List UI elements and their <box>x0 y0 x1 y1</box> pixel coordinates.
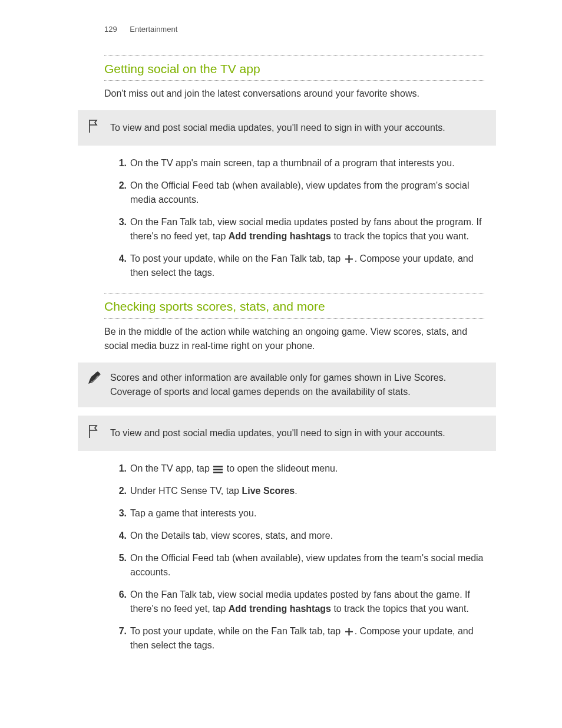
flag-icon <box>87 424 101 440</box>
step: On the Official Feed tab (when available… <box>130 551 484 579</box>
step: On the TV app's main screen, tap a thumb… <box>130 156 484 170</box>
step: On the Fan Talk tab, view social media u… <box>130 588 484 616</box>
callout-text: To view and post social media updates, y… <box>110 428 445 438</box>
callout-flag-2: To view and post social media updates, y… <box>78 416 496 451</box>
bold-hashtags-2: Add trending hashtags <box>229 604 331 614</box>
section-name: Entertainment <box>130 25 177 34</box>
bold-livescores: Live Scores <box>242 486 295 496</box>
callout-pen: Scores and other information are availab… <box>78 363 496 407</box>
step: On the Details tab, view scores, stats, … <box>130 529 484 543</box>
step: To post your update, while on the Fan Ta… <box>130 624 484 653</box>
flag-icon <box>87 118 101 135</box>
heading-social: Getting social on the TV app <box>104 55 484 81</box>
heading-sports: Checking sports scores, stats, and more <box>104 293 484 319</box>
step: Under HTC Sense TV, tap Live Scores. <box>130 484 484 498</box>
menu-icon <box>213 466 223 473</box>
steps-social: On the TV app's main screen, tap a thumb… <box>104 156 484 280</box>
document-page: 129 Entertainment Getting social on the … <box>0 0 562 684</box>
step: Tap a game that interests you. <box>130 506 484 521</box>
bold-hashtags: Add trending hashtags <box>229 231 331 241</box>
step: On the Fan Talk tab, view social media u… <box>130 215 484 243</box>
content: Getting social on the TV app Don't miss … <box>0 55 562 653</box>
callout-text: Scores and other information are availab… <box>110 373 446 397</box>
intro-social: Don't miss out and join the latest conve… <box>104 87 484 101</box>
pen-icon <box>87 371 101 387</box>
callout-text: To view and post social media updates, y… <box>110 123 445 133</box>
step: On the TV app, tap to open the slideout … <box>130 462 484 476</box>
step: On the Official Feed tab (when available… <box>130 179 484 207</box>
plus-icon <box>345 255 353 263</box>
page-header: 129 Entertainment <box>0 24 562 53</box>
page-number: 129 <box>104 25 117 34</box>
step: To post your update, while on the Fan Ta… <box>130 252 484 280</box>
intro-sports: Be in the middle of the action while wat… <box>104 325 484 353</box>
plus-icon <box>345 627 353 636</box>
steps-sports: On the TV app, tap to open the slideout … <box>104 462 484 653</box>
callout-flag-1: To view and post social media updates, y… <box>78 110 496 146</box>
